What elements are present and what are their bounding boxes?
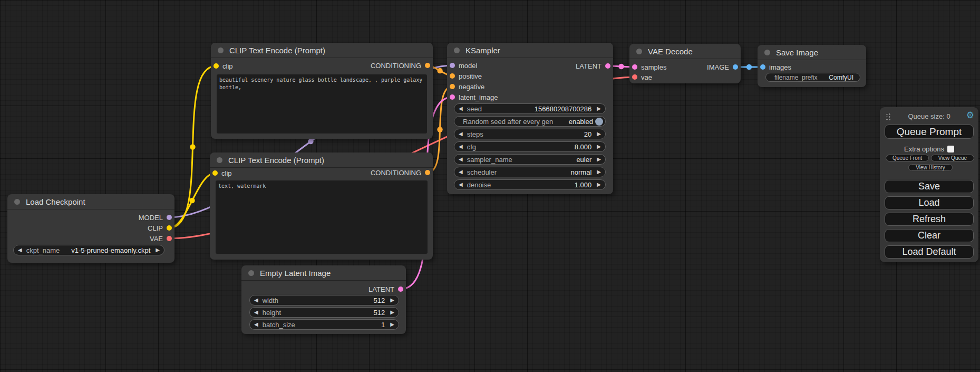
image-slot-dot[interactable] bbox=[760, 64, 765, 70]
clip-slot-dot[interactable] bbox=[167, 225, 172, 231]
input-slot-clip[interactable]: clip bbox=[210, 169, 232, 177]
clip-slot-dot[interactable] bbox=[214, 63, 219, 69]
node-empty-latent-image[interactable]: Empty Latent Image LATENT ◀ width 512 ▶ … bbox=[241, 265, 406, 334]
collapse-dot[interactable] bbox=[14, 199, 20, 205]
increment-arrow-icon[interactable]: ▶ bbox=[390, 298, 394, 303]
load-default-button[interactable]: Load Default bbox=[885, 245, 974, 259]
settings-gear-icon[interactable]: ⚙ bbox=[966, 111, 974, 120]
widget-height[interactable]: ◀ height 512 ▶ bbox=[249, 307, 399, 318]
latent-slot-dot[interactable] bbox=[450, 94, 455, 100]
decrement-arrow-icon[interactable]: ◀ bbox=[459, 131, 463, 137]
link-midpoint-dot[interactable] bbox=[190, 144, 195, 149]
widget-ckpt-name[interactable]: ◀ ckpt_name v1-5-pruned-emaonly.ckpt ▶ bbox=[13, 245, 164, 255]
input-slot-latent-image[interactable]: latent_image bbox=[447, 93, 498, 101]
widget-cfg[interactable]: ◀ cfg 8.000 ▶ bbox=[454, 141, 606, 152]
prompt-textarea[interactable]: text, watermark bbox=[216, 180, 428, 254]
latent-slot-dot[interactable] bbox=[605, 63, 610, 69]
model-slot-dot[interactable] bbox=[450, 63, 455, 68]
decrement-arrow-icon[interactable]: ◀ bbox=[18, 247, 22, 253]
collapse-dot[interactable] bbox=[248, 270, 254, 276]
vae-slot-dot[interactable] bbox=[167, 236, 172, 241]
widget-seed[interactable]: ◀ seed 156680208700286 ▶ bbox=[454, 103, 606, 114]
link-midpoint-dot[interactable] bbox=[189, 198, 195, 203]
decrement-arrow-icon[interactable]: ◀ bbox=[459, 169, 463, 175]
input-slot-samples[interactable]: samples bbox=[629, 63, 666, 71]
output-slot-conditioning[interactable]: CONDITIONING bbox=[371, 61, 433, 70]
refresh-button[interactable]: Refresh bbox=[885, 213, 974, 226]
output-slot-model[interactable]: MODEL bbox=[139, 213, 174, 222]
widget-random-seed-toggle[interactable]: Random seed after every gen enabled bbox=[454, 116, 606, 127]
output-slot-conditioning[interactable]: CONDITIONING bbox=[371, 168, 433, 177]
decrement-arrow-icon[interactable]: ◀ bbox=[459, 106, 463, 111]
decrement-arrow-icon[interactable]: ◀ bbox=[459, 157, 463, 162]
collapse-dot[interactable] bbox=[764, 50, 770, 55]
increment-arrow-icon[interactable]: ▶ bbox=[597, 106, 601, 111]
extra-options-checkbox[interactable] bbox=[947, 146, 954, 152]
output-slot-latent[interactable]: LATENT bbox=[368, 285, 406, 293]
conditioning-slot-dot[interactable] bbox=[425, 170, 430, 175]
increment-arrow-icon[interactable]: ▶ bbox=[390, 310, 394, 315]
increment-arrow-icon[interactable]: ▶ bbox=[597, 182, 601, 187]
load-button[interactable]: Load bbox=[885, 196, 974, 209]
node-title-bar[interactable]: VAE Decode bbox=[629, 44, 741, 59]
collapse-dot[interactable] bbox=[636, 49, 642, 54]
input-slot-clip[interactable]: clip bbox=[211, 62, 233, 70]
link-midpoint-dot[interactable] bbox=[308, 139, 313, 144]
decrement-arrow-icon[interactable]: ◀ bbox=[459, 144, 463, 149]
decrement-arrow-icon[interactable]: ◀ bbox=[459, 182, 463, 187]
comfyui-canvas[interactable]: { "colors": { "model": "#b39ddb", "clip"… bbox=[0, 0, 980, 372]
widget-width[interactable]: ◀ width 512 ▶ bbox=[249, 295, 399, 306]
node-vae-decode[interactable]: VAE Decode samples vae IMAGE bbox=[629, 44, 741, 83]
node-save-image[interactable]: Save Image images filename_prefix ComfyU… bbox=[758, 45, 866, 87]
input-slot-model[interactable]: model bbox=[447, 61, 477, 70]
output-slot-image[interactable]: IMAGE bbox=[707, 63, 741, 71]
node-title-bar[interactable]: Empty Latent Image bbox=[241, 265, 406, 281]
increment-arrow-icon[interactable]: ▶ bbox=[597, 131, 601, 137]
input-slot-images[interactable]: images bbox=[758, 63, 791, 71]
collapse-dot[interactable] bbox=[218, 47, 224, 53]
increment-arrow-icon[interactable]: ▶ bbox=[597, 144, 601, 149]
output-slot-vae[interactable]: VAE bbox=[150, 234, 174, 243]
node-clip-text-encode-negative[interactable]: CLIP Text Encode (Prompt) clip CONDITION… bbox=[210, 152, 433, 260]
collapse-dot[interactable] bbox=[454, 47, 460, 53]
widget-denoise[interactable]: ◀ denoise 1.000 ▶ bbox=[454, 179, 606, 190]
node-title-bar[interactable]: Load Checkpoint bbox=[7, 194, 174, 209]
input-slot-negative[interactable]: negative bbox=[447, 82, 484, 91]
link-midpoint-dot[interactable] bbox=[746, 64, 752, 70]
output-slot-latent[interactable]: LATENT bbox=[576, 62, 613, 70]
save-button[interactable]: Save bbox=[885, 180, 974, 193]
input-slot-vae[interactable]: vae bbox=[629, 73, 652, 81]
image-slot-dot[interactable] bbox=[733, 64, 738, 70]
queue-prompt-button[interactable]: Queue Prompt bbox=[885, 125, 974, 139]
link-midpoint-dot[interactable] bbox=[437, 127, 442, 132]
widget-sampler-name[interactable]: ◀ sampler_name euler ▶ bbox=[454, 154, 606, 165]
increment-arrow-icon[interactable]: ▶ bbox=[156, 247, 160, 253]
node-clip-text-encode-positive[interactable]: CLIP Text Encode (Prompt) clip CONDITION… bbox=[211, 43, 433, 139]
node-title-bar[interactable]: CLIP Text Encode (Prompt) bbox=[210, 152, 433, 168]
vae-slot-dot[interactable] bbox=[632, 74, 637, 80]
decrement-arrow-icon[interactable]: ◀ bbox=[254, 298, 258, 303]
increment-arrow-icon[interactable]: ▶ bbox=[597, 169, 601, 175]
node-ksampler[interactable]: KSampler model positive negative latent_… bbox=[447, 43, 613, 194]
link-midpoint-dot[interactable] bbox=[618, 64, 624, 69]
node-title-bar[interactable]: Save Image bbox=[758, 45, 866, 60]
widget-steps[interactable]: ◀ steps 20 ▶ bbox=[454, 129, 606, 139]
node-load-checkpoint[interactable]: Load Checkpoint MODEL CLIP VAE ◀ ckpt_na… bbox=[7, 194, 174, 263]
node-title-bar[interactable]: CLIP Text Encode (Prompt) bbox=[211, 43, 433, 58]
clip-slot-dot[interactable] bbox=[212, 170, 218, 176]
increment-arrow-icon[interactable]: ▶ bbox=[597, 157, 601, 162]
widget-batch-size[interactable]: ◀ batch_size 1 ▶ bbox=[249, 319, 399, 330]
decrement-arrow-icon[interactable]: ◀ bbox=[254, 322, 258, 327]
input-slot-positive[interactable]: positive bbox=[447, 72, 482, 80]
link-midpoint-dot[interactable] bbox=[437, 68, 442, 73]
node-title-bar[interactable]: KSampler bbox=[447, 43, 613, 58]
output-slot-clip[interactable]: CLIP bbox=[148, 224, 174, 232]
widget-scheduler[interactable]: ◀ scheduler normal ▶ bbox=[454, 167, 606, 177]
model-slot-dot[interactable] bbox=[167, 215, 172, 220]
toggle-knob[interactable] bbox=[595, 118, 603, 126]
conditioning-slot-dot[interactable] bbox=[450, 84, 455, 89]
latent-slot-dot[interactable] bbox=[632, 64, 637, 70]
widget-filename-prefix[interactable]: filename_prefix ComfyUI bbox=[765, 73, 860, 82]
latent-slot-dot[interactable] bbox=[398, 287, 403, 292]
conditioning-slot-dot[interactable] bbox=[425, 63, 430, 68]
